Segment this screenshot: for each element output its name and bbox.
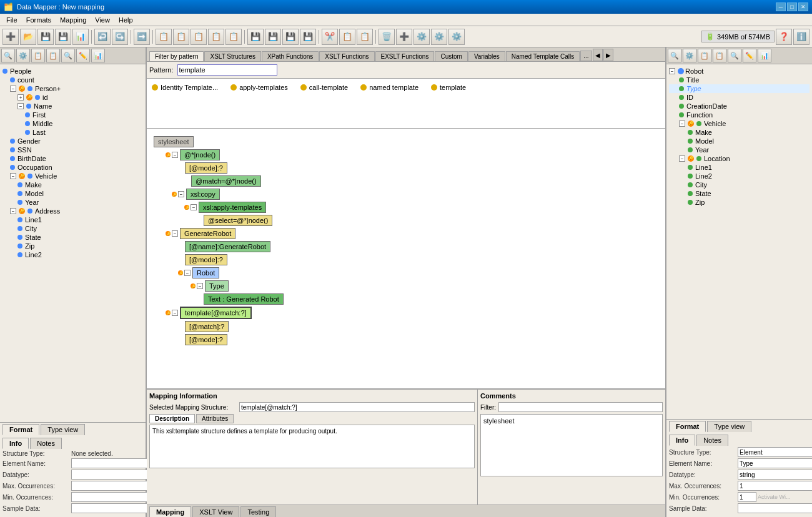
info-button[interactable]: ℹ️ — [793, 29, 810, 45]
left-tb-btn5[interactable]: 🔍 — [61, 49, 75, 62]
list-item[interactable]: Zip — [2, 242, 143, 250]
r-max-occ-input[interactable] — [738, 481, 812, 491]
list-item[interactable]: Type — [669, 84, 810, 93]
list-item[interactable]: State — [2, 233, 143, 242]
list-item[interactable]: call-template — [300, 84, 348, 91]
left-tb-btn6[interactable]: ✏️ — [76, 49, 90, 62]
format-tab[interactable]: Format — [2, 424, 39, 435]
copy2-button[interactable]: 📋 — [173, 29, 189, 45]
sample-data-input[interactable] — [71, 503, 154, 513]
r-structure-type-input[interactable] — [738, 447, 812, 457]
list-item[interactable]: Function — [669, 111, 810, 119]
expand-type[interactable]: − — [197, 283, 203, 289]
undo-button[interactable]: ↩️ — [94, 29, 111, 45]
save3-button[interactable]: 💾 — [247, 29, 264, 45]
minimize-button[interactable]: ─ — [776, 2, 786, 11]
import-button[interactable]: ➡️ — [134, 29, 150, 45]
list-item[interactable]: Line1 — [2, 215, 143, 224]
generaterobot-node[interactable]: GenerateRobot — [180, 228, 235, 239]
menu-file[interactable]: File — [2, 15, 21, 25]
tab-filter-by-pattern[interactable]: Filter by pattern — [149, 51, 204, 61]
text-generated-node[interactable]: Text : Generated Robot — [204, 293, 284, 305]
apply-templates-node[interactable]: xsl:apply-templates — [199, 202, 266, 213]
list-item[interactable]: − Robot — [669, 67, 810, 76]
tab-xslt-structures[interactable]: XSLT Structures — [204, 51, 260, 61]
expand-vehicle[interactable]: − — [10, 173, 16, 179]
mapping-bottom-tab[interactable]: Mapping — [149, 506, 191, 517]
right-tb-btn6[interactable]: ✏️ — [743, 49, 756, 62]
type-view-tab-right[interactable]: Type view — [707, 421, 751, 432]
expand-person[interactable]: − — [10, 86, 16, 92]
list-item[interactable]: Make — [669, 128, 810, 137]
list-item[interactable]: apply-templates — [230, 84, 288, 91]
list-item[interactable]: named template — [360, 84, 418, 91]
list-item[interactable]: Zip — [669, 198, 810, 207]
match2-node[interactable]: [@match]:? — [185, 321, 229, 332]
description-area[interactable]: This xsl:template structure defines a te… — [149, 425, 475, 468]
list-item[interactable]: Make — [2, 180, 143, 189]
settings1-button[interactable]: ⚙️ — [413, 29, 430, 45]
xslt-view-tab[interactable]: XSLT View — [192, 506, 239, 517]
left-tb-btn4[interactable]: 📋 — [46, 49, 60, 62]
save-as-button[interactable]: 💾 — [55, 29, 71, 45]
testing-tab[interactable]: Testing — [240, 506, 276, 517]
save4-button[interactable]: 💾 — [265, 29, 281, 45]
list-item[interactable]: − 🔑 Address — [2, 207, 143, 215]
right-tb-btn4[interactable]: 📋 — [713, 49, 726, 62]
tab-nav-left[interactable]: ◀ — [593, 49, 603, 61]
list-item[interactable]: − 🔑 Location — [669, 154, 810, 163]
robot-node[interactable]: Robot — [192, 267, 219, 278]
node-node[interactable]: @*|node() — [180, 149, 220, 160]
r-sample-data-input[interactable] — [738, 503, 812, 513]
attributes-tab[interactable]: Attributes — [196, 414, 234, 423]
list-item[interactable]: Line2 — [2, 250, 143, 259]
maximize-button[interactable]: □ — [787, 2, 797, 11]
r-datatype-input[interactable] — [738, 470, 812, 480]
expand-apply-templates[interactable]: − — [191, 204, 197, 210]
xslcopy-node[interactable]: xsl:copy — [186, 189, 220, 200]
expand-generaterobot[interactable]: − — [172, 230, 178, 237]
list-item[interactable]: Model — [2, 189, 143, 198]
list-item[interactable]: Identity Template... — [152, 84, 218, 91]
list-item[interactable]: + 🔑 id — [2, 93, 143, 102]
left-tb-btn3[interactable]: 📋 — [31, 49, 45, 62]
list-item[interactable]: − 🔑 Vehicle — [2, 172, 143, 180]
list-item[interactable]: State — [669, 189, 810, 198]
list-item[interactable]: Title — [669, 76, 810, 84]
menu-formats[interactable]: Formats — [22, 15, 55, 25]
list-item[interactable]: City — [669, 180, 810, 189]
tab-xslt-functions[interactable]: XSLT Functions — [319, 51, 374, 61]
tab-exslt-functions[interactable]: EXSLT Functions — [375, 51, 435, 61]
list-item[interactable]: CreationDate — [669, 102, 810, 111]
tab-variables[interactable]: Variables — [468, 51, 505, 61]
list-item[interactable]: People — [2, 67, 143, 76]
tab-named-template-calls[interactable]: Named Template Calls — [506, 51, 580, 61]
notes-tab-left[interactable]: Notes — [30, 438, 62, 449]
right-tb-btn1[interactable]: 🔍 — [668, 49, 681, 62]
paste1-button[interactable]: 📋 — [339, 29, 355, 45]
expand-address[interactable]: − — [10, 208, 16, 214]
list-item[interactable]: SSN — [2, 145, 143, 154]
expand-id[interactable]: + — [17, 94, 24, 101]
name-generaterobot-node[interactable]: [@name]:GenerateRobot — [185, 241, 270, 252]
list-item[interactable]: − Name — [2, 102, 143, 111]
list-item[interactable]: Line2 — [669, 172, 810, 180]
excel-button[interactable]: 📊 — [72, 29, 89, 45]
expand-location[interactable]: − — [679, 155, 685, 162]
list-item[interactable]: − 🔑 Vehicle — [669, 119, 810, 128]
list-item[interactable]: ID — [669, 93, 810, 102]
settings3-button[interactable]: ⚙️ — [448, 29, 465, 45]
save-button[interactable]: 💾 — [37, 29, 54, 45]
notes-tab-right[interactable]: Notes — [696, 435, 728, 446]
expand-robot-root[interactable]: − — [669, 68, 675, 74]
delete-button[interactable]: 🗑️ — [379, 29, 395, 45]
help-button[interactable]: ❓ — [776, 29, 792, 45]
copy3-button[interactable]: 📋 — [191, 29, 207, 45]
close-button[interactable]: ✕ — [798, 2, 808, 11]
type-node[interactable]: Type — [205, 280, 229, 292]
list-item[interactable]: template — [431, 84, 466, 91]
list-item[interactable]: Year — [669, 145, 810, 154]
new-button[interactable]: ➕ — [2, 29, 19, 45]
list-item[interactable]: BirthDate — [2, 154, 143, 163]
add-src-button[interactable]: ➕ — [396, 29, 412, 45]
